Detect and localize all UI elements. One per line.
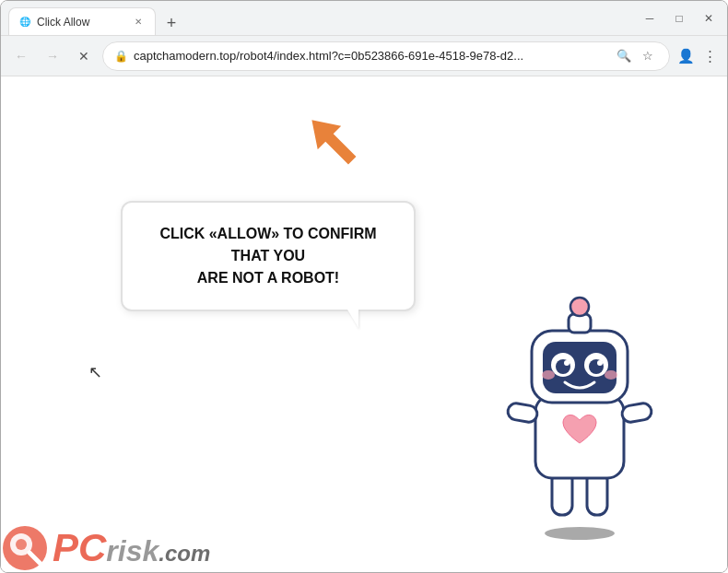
menu-button[interactable]: ⋮ xyxy=(699,46,720,66)
url-text: captchamodern.top/robot4/index.html?c=0b… xyxy=(134,49,608,63)
browser-window: 🌐 Click Allow ✕ + ─ □ ✕ ← → ✕ 🔒 captcham… xyxy=(0,0,728,573)
svg-point-16 xyxy=(605,370,617,380)
svg-point-14 xyxy=(597,360,603,366)
maximize-button[interactable]: □ xyxy=(668,7,690,29)
minimize-button[interactable]: ─ xyxy=(639,7,661,29)
speech-bubble: CLICK «ALLOW» TO CONFIRM THAT YOU ARE NO… xyxy=(121,201,416,311)
svg-marker-0 xyxy=(300,109,364,172)
new-tab-button[interactable]: + xyxy=(159,11,183,35)
tab-strip: 🌐 Click Allow ✕ + xyxy=(8,1,639,35)
window-controls: ─ □ ✕ xyxy=(639,7,720,29)
forward-button[interactable]: → xyxy=(40,43,65,69)
toolbar-actions: 👤 ⋮ xyxy=(675,46,720,66)
bubble-text: CLICK «ALLOW» TO CONFIRM THAT YOU ARE NO… xyxy=(148,223,388,289)
page-content: CLICK «ALLOW» TO CONFIRM THAT YOU ARE NO… xyxy=(1,76,727,572)
svg-point-21 xyxy=(16,539,27,550)
pcrisk-logo-text: PC risk .com xyxy=(53,529,210,567)
pcrisk-watermark: PC risk .com xyxy=(1,524,210,572)
robot-character xyxy=(487,286,672,544)
profile-button[interactable]: 👤 xyxy=(675,46,696,66)
svg-point-1 xyxy=(545,527,615,540)
address-bar[interactable]: 🔒 captchamodern.top/robot4/index.html?c=… xyxy=(102,41,670,71)
mouse-cursor: ↖ xyxy=(88,362,102,382)
svg-rect-6 xyxy=(621,402,653,423)
active-tab[interactable]: 🌐 Click Allow ✕ xyxy=(8,7,156,35)
tab-title: Click Allow xyxy=(37,16,125,29)
search-icon-btn[interactable]: 🔍 xyxy=(614,46,634,66)
toolbar: ← → ✕ 🔒 captchamodern.top/robot4/index.h… xyxy=(1,36,727,76)
svg-rect-5 xyxy=(507,402,539,423)
svg-point-15 xyxy=(542,370,555,380)
tab-favicon: 🌐 xyxy=(18,16,31,29)
address-actions: 🔍 ☆ xyxy=(614,46,658,66)
tab-close-button[interactable]: ✕ xyxy=(131,15,146,29)
title-bar: 🌐 Click Allow ✕ + ─ □ ✕ xyxy=(1,1,727,36)
reload-button[interactable]: ✕ xyxy=(71,43,97,69)
svg-point-13 xyxy=(564,360,569,366)
lock-icon: 🔒 xyxy=(114,50,128,63)
back-button[interactable]: ← xyxy=(8,43,34,69)
close-button[interactable]: ✕ xyxy=(698,7,720,29)
svg-point-18 xyxy=(570,298,589,316)
bookmark-icon-btn[interactable]: ☆ xyxy=(638,46,658,66)
